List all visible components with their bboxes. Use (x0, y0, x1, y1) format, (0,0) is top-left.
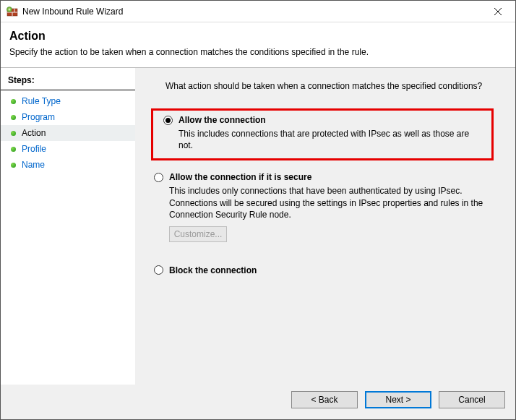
radio-label: Block the connection (169, 265, 257, 275)
step-label: Action (22, 128, 46, 138)
step-bullet-icon (11, 99, 16, 104)
radio-allow-secure[interactable]: Allow the connection if it is secure (150, 172, 501, 182)
step-bullet-icon (11, 147, 16, 152)
radio-label: Allow the connection if it is secure (169, 172, 311, 182)
back-button[interactable]: < Back (291, 391, 358, 408)
step-name[interactable]: Name (1, 157, 135, 173)
radio-icon (163, 116, 173, 125)
option-allow-secure: Allow the connection if it is secure Thi… (150, 172, 501, 242)
customize-button: Customize... (169, 226, 227, 242)
action-prompt: What action should be taken when a conne… (165, 81, 501, 91)
radio-label: Allow the connection (179, 115, 266, 125)
page-subtitle: Specify the action to be taken when a co… (9, 47, 507, 57)
step-label: Name (22, 160, 45, 170)
close-button[interactable] (482, 1, 514, 22)
step-bullet-icon (11, 163, 16, 168)
option-block: Block the connection (150, 265, 501, 275)
main-panel: What action should be taken when a conne… (135, 68, 515, 385)
highlighted-option: Allow the connection This includes conne… (151, 108, 494, 160)
step-rule-type[interactable]: Rule Type (1, 93, 135, 109)
step-label: Profile (22, 144, 46, 154)
radio-icon (154, 173, 163, 182)
window-title: New Inbound Rule Wizard (22, 7, 482, 17)
svg-point-6 (9, 8, 11, 10)
radio-allow-connection[interactable]: Allow the connection (159, 115, 486, 125)
next-button[interactable]: Next > (365, 391, 431, 408)
option-description: This includes only connections that have… (169, 185, 487, 220)
step-bullet-icon (11, 115, 16, 120)
step-bullet-icon (11, 131, 16, 136)
step-label: Rule Type (22, 96, 61, 106)
cancel-button[interactable]: Cancel (439, 391, 505, 408)
option-description: This includes connections that are prote… (179, 128, 486, 151)
radio-icon (154, 265, 163, 275)
wizard-footer: < Back Next > Cancel (1, 385, 515, 419)
steps-sidebar: Steps: Rule Type Program Action Profile … (1, 68, 135, 385)
radio-block-connection[interactable]: Block the connection (150, 265, 501, 275)
firewall-icon (7, 6, 18, 17)
step-label: Program (22, 112, 55, 122)
step-action[interactable]: Action (1, 125, 135, 141)
titlebar: New Inbound Rule Wizard (1, 1, 515, 22)
wizard-body: Steps: Rule Type Program Action Profile … (1, 68, 515, 385)
page-title: Action (9, 30, 507, 43)
step-program[interactable]: Program (1, 109, 135, 125)
wizard-header: Action Specify the action to be taken wh… (1, 22, 515, 68)
steps-heading: Steps: (1, 72, 135, 90)
wizard-window: New Inbound Rule Wizard Action Specify t… (0, 0, 516, 420)
step-profile[interactable]: Profile (1, 141, 135, 157)
